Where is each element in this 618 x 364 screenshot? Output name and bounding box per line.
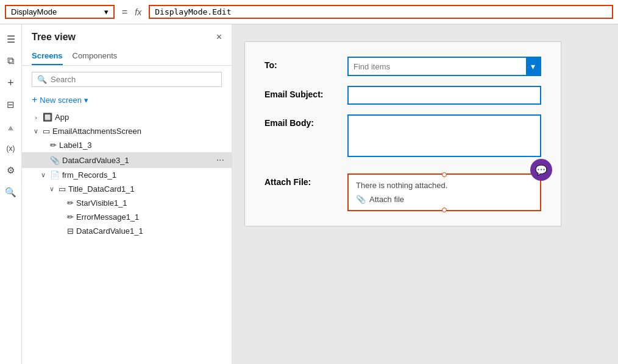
new-screen-button[interactable]: + New screen ▾ xyxy=(22,92,232,110)
find-items-combo[interactable]: ▾ xyxy=(347,57,541,76)
tree-item-datacardvalue1-1[interactable]: ⊟ DataCardValue1_1 xyxy=(22,224,232,238)
tree-item-label-errormessage: ErrorMessage1_1 xyxy=(76,212,227,222)
tree-body: › 🔲 App ∨ ▭ EmailAttachmentsScreen ✏ Lab… xyxy=(22,110,232,364)
chevron-down-icon: ▾ xyxy=(104,7,108,16)
expander-email-screen: ∨ xyxy=(32,127,40,135)
form-row-body: Email Body: 💬 xyxy=(265,114,541,159)
datacard-icon: 📎 xyxy=(50,156,60,165)
datacardvalue-icon: ⊟ xyxy=(67,226,74,236)
find-items-dropdown-btn[interactable]: ▾ xyxy=(526,58,540,75)
search-input[interactable] xyxy=(51,75,216,84)
tree-item-app[interactable]: › 🔲 App xyxy=(22,110,232,124)
tree-panel: Tree view × Screens Components 🔍 + New s… xyxy=(22,24,232,364)
nothing-attached-text: There is nothing attached. xyxy=(356,181,533,190)
tree-item-title-datacard1-1[interactable]: ∨ ▭ Title_DataCard1_1 xyxy=(22,182,232,196)
sidebar-icons: ☰ ⧉ + ⊟ ⟁ (x) ⚙ 🔍 xyxy=(0,24,22,364)
label-attach: Attach File: xyxy=(265,173,338,187)
attach-file-label: Attach file xyxy=(369,195,404,204)
chevron-new-screen-icon: ▾ xyxy=(84,96,88,105)
plus-icon: + xyxy=(32,94,37,105)
tree-item-datacardvalue3-1[interactable]: 📎 DataCardValue3_1 ··· xyxy=(22,152,232,168)
email-form: To: ▾ Email Subject: Email Body: xyxy=(244,41,561,226)
chat-button[interactable]: 💬 xyxy=(530,159,552,181)
tree-search-box[interactable]: 🔍 xyxy=(32,72,222,87)
add-icon[interactable]: + xyxy=(1,73,21,93)
search-icon-sidebar[interactable]: 🔍 xyxy=(1,183,21,202)
tree-item-starvisible1-1[interactable]: ✏ StarVisible1_1 xyxy=(22,196,232,210)
expander-app: › xyxy=(32,114,40,121)
tree-item-label-label1-3: Label1_3 xyxy=(59,141,227,150)
formula-bar: DisplayMode ▾ = fx DisplayMode.Edit xyxy=(0,0,618,24)
tree-item-errormessage1-1[interactable]: ✏ ErrorMessage1_1 xyxy=(22,210,232,224)
tree-tabs: Screens Components xyxy=(22,47,232,66)
new-screen-label: New screen xyxy=(40,96,82,105)
tab-screens[interactable]: Screens xyxy=(32,47,63,65)
form-icon: 📄 xyxy=(50,170,60,180)
tree-item-label-app: App xyxy=(55,113,227,122)
form-row-to: To: ▾ xyxy=(265,57,541,76)
attach-file-button[interactable]: 📎 Attach file xyxy=(356,195,533,204)
settings-icon[interactable]: ⚙ xyxy=(1,161,21,180)
fx-label: fx xyxy=(135,7,141,17)
body-field-wrap: 💬 xyxy=(347,114,541,159)
expander-frm-records: ∨ xyxy=(39,171,48,179)
error-icon: ✏ xyxy=(67,212,74,222)
tree-item-label-email-screen: EmailAttachmentsScreen xyxy=(52,127,227,136)
body-textarea[interactable] xyxy=(347,114,541,157)
variables-icon[interactable]: (x) xyxy=(1,139,21,158)
tree-item-email-screen[interactable]: ∨ ▭ EmailAttachmentsScreen xyxy=(22,124,232,138)
layers-icon[interactable]: ⧉ xyxy=(1,51,21,71)
hamburger-menu-icon[interactable]: ☰ xyxy=(1,29,21,49)
formula-dropdown[interactable]: DisplayMode ▾ xyxy=(5,5,115,19)
main-area: ☰ ⧉ + ⊟ ⟁ (x) ⚙ 🔍 Tree view × Screens Co… xyxy=(0,24,618,364)
datacard-title-icon: ▭ xyxy=(59,184,66,194)
formula-expression[interactable]: DisplayMode.Edit xyxy=(149,5,613,19)
tree-item-label1-3[interactable]: ✏ Label1_3 xyxy=(22,138,232,152)
tree-item-frm-records-1[interactable]: ∨ 📄 frm_Records_1 xyxy=(22,168,232,182)
components-icon[interactable]: ⊟ xyxy=(1,95,21,114)
equals-sign: = xyxy=(119,7,130,18)
label-body: Email Body: xyxy=(265,114,338,128)
subject-input[interactable] xyxy=(347,86,541,105)
expander-title-datacard: ∨ xyxy=(48,185,56,193)
tab-components[interactable]: Components xyxy=(73,47,118,65)
resize-handle-top xyxy=(442,172,447,177)
tree-item-label-frm-records: frm_Records_1 xyxy=(62,170,227,180)
tree-title: Tree view xyxy=(32,32,76,43)
search-icon: 🔍 xyxy=(37,75,47,84)
more-options-icon[interactable]: ··· xyxy=(214,155,227,166)
tree-item-label-datacardvalue1-1: DataCardValue1_1 xyxy=(76,226,227,236)
tree-item-label-title-datacard: Title_DataCard1_1 xyxy=(68,184,227,194)
form-row-attach: Attach File: There is nothing attached. … xyxy=(265,173,541,211)
attach-section: There is nothing attached. 📎 Attach file xyxy=(347,173,541,211)
paperclip-icon: 📎 xyxy=(356,195,366,204)
tree-header: Tree view × xyxy=(22,24,232,47)
label-icon: ✏ xyxy=(50,141,57,150)
resize-handle-bottom xyxy=(442,208,447,212)
star-icon: ✏ xyxy=(67,198,74,208)
attach-field-wrap: There is nothing attached. 📎 Attach file xyxy=(347,173,541,211)
to-field-wrap: ▾ xyxy=(347,57,541,76)
canvas-area: To: ▾ Email Subject: Email Body: xyxy=(232,24,618,364)
screen-icon: ▭ xyxy=(43,127,50,136)
form-row-subject: Email Subject: xyxy=(265,86,541,105)
tree-close-button[interactable]: × xyxy=(216,32,222,43)
label-to: To: xyxy=(265,57,338,70)
label-subject: Email Subject: xyxy=(265,86,338,99)
app-icon: 🔲 xyxy=(43,113,52,122)
subject-field-wrap xyxy=(347,86,541,105)
flow-icon[interactable]: ⟁ xyxy=(1,117,21,136)
find-items-input[interactable] xyxy=(349,58,526,75)
formula-dropdown-value: DisplayMode xyxy=(11,7,57,16)
tree-item-label-starvisible: StarVisible1_1 xyxy=(76,198,227,208)
tree-item-label-datacardvalue3-1: DataCardValue3_1 xyxy=(62,156,211,165)
